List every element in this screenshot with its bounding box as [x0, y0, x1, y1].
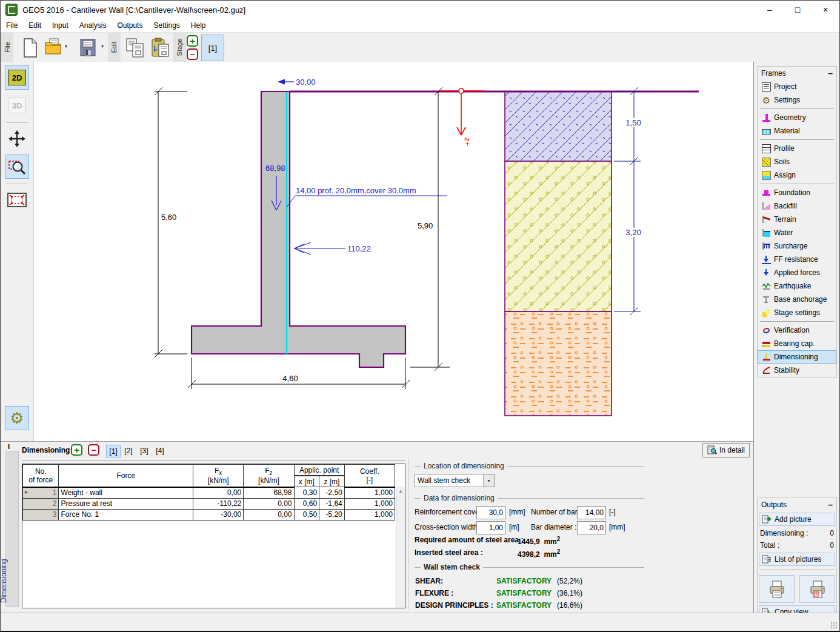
col-header-z[interactable]: z [m] — [319, 476, 345, 487]
col-header-coeff[interactable]: Coeff.[-] — [344, 465, 395, 487]
menu-settings[interactable]: Settings — [148, 19, 185, 32]
frames-item-backfill[interactable]: Backfill — [758, 199, 836, 213]
list-of-pictures-button[interactable]: List of pictures — [759, 553, 835, 566]
location-dropdown[interactable]: Wall stem check ▾ — [415, 474, 495, 487]
force-name-cell[interactable]: Pressure at rest — [59, 498, 193, 509]
col-header-force[interactable]: Force — [59, 465, 193, 487]
coeff-cell[interactable]: 1,000 — [344, 487, 395, 499]
frames-item-foundation[interactable]: Foundation — [758, 186, 836, 199]
scroll-up-icon[interactable]: ▲ — [398, 488, 403, 494]
copy-button[interactable] — [122, 35, 148, 61]
new-file-button[interactable] — [19, 35, 41, 61]
z-cell[interactable]: -2,50 — [319, 487, 345, 499]
frames-item-stage-settings[interactable]: Stage settings — [758, 306, 836, 319]
open-dropdown-caret[interactable]: ▾ — [65, 44, 67, 49]
row-number-cell[interactable]: 2 — [23, 498, 59, 509]
panel-collapse-handle[interactable]: I — [8, 443, 10, 450]
x-cell[interactable]: 0,50 — [294, 509, 319, 520]
remove-force-button[interactable]: − — [88, 444, 99, 456]
stage-tab-1[interactable]: [1] — [106, 445, 121, 457]
number-of-bars-input[interactable]: 14,00 — [577, 506, 606, 519]
stage-tab-1[interactable]: [1] — [201, 35, 224, 61]
print-selection-button[interactable] — [799, 575, 835, 603]
outputs-minimize-button[interactable]: – — [828, 502, 833, 508]
coeff-cell[interactable]: 1,000 — [344, 509, 395, 520]
col-header-fz[interactable]: Fz[kN/m] — [244, 465, 294, 487]
frames-minimize-button[interactable]: – — [828, 70, 833, 76]
zoom-extents-button[interactable] — [5, 188, 29, 212]
fz-cell[interactable]: 68,98 — [244, 487, 294, 499]
frames-item-assign[interactable]: Assign — [758, 168, 836, 182]
minimize-button[interactable]: – — [756, 1, 784, 19]
fz-cell[interactable]: 0,00 — [244, 498, 294, 509]
print-button[interactable] — [759, 575, 795, 603]
dropdown-arrow-icon[interactable]: ▾ — [483, 474, 494, 487]
pan-tool-button[interactable] — [5, 127, 29, 151]
fz-cell[interactable]: 0,00 — [244, 509, 294, 520]
fx-cell[interactable]: 0,00 — [193, 487, 244, 499]
frames-item-dimensioning[interactable]: Dimensioning — [758, 350, 836, 364]
frames-item-project[interactable]: Project — [758, 80, 836, 93]
frames-item-verification[interactable]: Verification — [758, 324, 836, 337]
frames-item-base-anchorage[interactable]: Base anchorage — [758, 293, 836, 306]
cross-section-width-input[interactable]: 1,00 — [476, 521, 505, 534]
add-picture-button[interactable]: Add picture — [759, 513, 835, 526]
col-header-no[interactable]: No.of force — [23, 465, 59, 487]
coeff-cell[interactable]: 1,000 — [344, 498, 395, 509]
view-2d-button[interactable]: 2D — [5, 65, 29, 90]
resize-grip[interactable] — [830, 622, 838, 630]
menu-input[interactable]: Input — [47, 19, 74, 32]
fx-cell[interactable]: -110,22 — [193, 498, 244, 509]
z-cell[interactable]: -5,20 — [319, 509, 345, 520]
col-header-applic-point[interactable]: Applic. point — [294, 465, 344, 476]
frames-item-profile[interactable]: Profile — [758, 142, 836, 155]
x-cell[interactable]: 0,30 — [294, 487, 319, 499]
col-header-x[interactable]: x [m] — [294, 476, 319, 487]
bar-diameter-input[interactable]: 20,0 — [577, 521, 606, 534]
drawing-canvas[interactable]: 5,60 5,90 4,60 1,50 — [34, 62, 753, 441]
row-number-cell[interactable]: 3 — [23, 509, 59, 520]
frames-item-soils[interactable]: Soils — [758, 155, 836, 168]
z-cell[interactable]: -1,64 — [319, 498, 345, 509]
frames-item-terrain[interactable]: Terrain — [758, 213, 836, 226]
stage-tab-2[interactable]: [2] — [122, 445, 135, 456]
reinforcement-cover-input[interactable]: 30,0 — [476, 506, 505, 519]
menu-edit[interactable]: Edit — [23, 19, 47, 32]
table-row[interactable]: ▸1 Weight - wall 0,00 68,98 0,30 -2,50 1… — [23, 487, 395, 499]
stage-tab-4[interactable]: [4] — [153, 445, 167, 456]
in-detail-button[interactable]: In detail — [702, 443, 750, 457]
menu-help[interactable]: Help — [185, 19, 212, 32]
table-row[interactable]: 2 Pressure at rest -110,22 0,00 0,60 -1,… — [23, 498, 395, 509]
stage-remove-button[interactable]: − — [187, 48, 198, 60]
x-cell[interactable]: 0,60 — [294, 498, 319, 509]
frames-item-bearing-cap[interactable]: Bearing cap. — [758, 337, 836, 350]
save-file-button[interactable] — [76, 35, 100, 61]
table-row[interactable]: 3 Force No. 1 -30,00 0,00 0,50 -5,20 1,0… — [23, 509, 395, 520]
view-3d-button[interactable]: 3D — [5, 93, 29, 118]
fx-cell[interactable]: -30,00 — [193, 509, 244, 520]
frames-item-water[interactable]: Water — [758, 226, 836, 239]
menu-outputs[interactable]: Outputs — [112, 19, 148, 32]
col-header-fx[interactable]: Fx[kN/m] — [193, 465, 244, 487]
menu-analysis[interactable]: Analysis — [74, 19, 112, 32]
stage-add-button[interactable]: + — [187, 35, 198, 47]
close-button[interactable]: × — [812, 1, 839, 19]
frames-item-geometry[interactable]: Geometry — [758, 111, 836, 124]
open-file-button[interactable] — [42, 35, 64, 61]
stage-tab-3[interactable]: [3] — [138, 445, 151, 456]
frames-item-stability[interactable]: Stability — [758, 364, 836, 377]
zoom-tool-button[interactable] — [5, 155, 29, 179]
frames-item-ff-resistance[interactable]: FF resistance — [758, 253, 836, 266]
add-force-button[interactable]: + — [71, 444, 82, 456]
table-scrollbar[interactable]: ▲ — [396, 487, 405, 608]
drawing-settings-button[interactable]: ⚙ — [5, 406, 29, 430]
frames-item-settings[interactable]: ⚙Settings — [758, 93, 836, 107]
dimensioning-side-tab[interactable]: Dimensioning — [5, 451, 19, 607]
maximize-button[interactable]: □ — [784, 1, 812, 19]
paste-button[interactable] — [148, 35, 174, 61]
frames-item-material[interactable]: Material — [758, 124, 836, 138]
save-dropdown-caret[interactable]: ▾ — [101, 44, 104, 49]
frames-item-surcharge[interactable]: Surcharge — [758, 239, 836, 253]
frames-item-earthquake[interactable]: Earthquake — [758, 279, 836, 293]
force-name-cell[interactable]: Weight - wall — [59, 487, 193, 499]
